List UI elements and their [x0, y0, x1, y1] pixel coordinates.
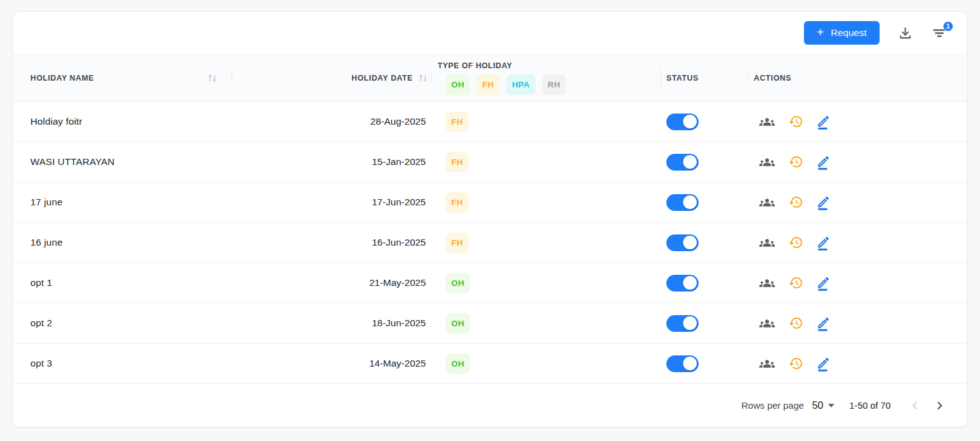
holiday-list-card: + Request 1 HOLIDAY NAME — [12, 11, 968, 427]
toolbar: + Request 1 — [13, 12, 967, 55]
table-row: Holdiay foitr 28-Aug-2025 FH — [13, 102, 967, 142]
toggle-knob — [683, 155, 697, 169]
holiday-date-text: 18-Jun-2025 — [372, 318, 426, 329]
chevron-left-icon — [908, 399, 922, 412]
holiday-type-badge: OH — [446, 273, 470, 293]
edit-button[interactable] — [815, 153, 831, 171]
actions-cell — [741, 142, 967, 182]
holiday-name-cell: opt 3 — [13, 344, 323, 383]
assigned-employees-button[interactable] — [757, 234, 777, 252]
edit-pencil-icon — [816, 195, 829, 210]
holiday-date-cell: 16-Jun-2025 — [323, 223, 428, 262]
download-button[interactable] — [896, 24, 914, 42]
status-header-label: STATUS — [666, 74, 699, 82]
status-toggle[interactable] — [666, 315, 699, 332]
edit-button[interactable] — [815, 314, 831, 332]
edit-button[interactable] — [815, 113, 831, 131]
column-header-status: STATUS — [648, 55, 741, 101]
rows-per-page-select[interactable]: 50 — [812, 399, 834, 411]
table-row: opt 3 14-May-2025 OH — [13, 344, 967, 384]
status-toggle[interactable] — [666, 154, 699, 171]
rows-per-page-value: 50 — [812, 399, 823, 411]
edit-button[interactable] — [815, 274, 831, 292]
holiday-date-header-label: HOLIDAY DATE — [351, 74, 413, 82]
groups-icon — [759, 154, 775, 170]
table-row: 17 june 17-Jun-2025 FH — [13, 182, 967, 223]
status-cell — [648, 142, 741, 182]
assigned-employees-button[interactable] — [757, 355, 777, 373]
edit-pencil-icon — [816, 275, 829, 291]
holiday-date-text: 21-May-2025 — [369, 277, 426, 288]
history-button[interactable] — [787, 153, 805, 171]
holiday-type-badge: FH — [446, 192, 469, 213]
filter-button[interactable]: 1 — [931, 26, 948, 40]
status-toggle[interactable] — [666, 194, 699, 211]
toggle-knob — [683, 236, 697, 249]
column-header-actions: ACTIONS — [741, 55, 967, 101]
holiday-name-cell: WASI UTTARAYAN — [13, 142, 323, 182]
history-button[interactable] — [787, 314, 805, 332]
holiday-type-badge: OH — [446, 354, 470, 374]
previous-page-button[interactable] — [907, 398, 923, 414]
holiday-date-text: 16-Jun-2025 — [372, 237, 426, 248]
holiday-date-cell: 14-May-2025 — [323, 344, 428, 383]
holiday-type-badge: FH — [446, 233, 469, 253]
edit-pencil-icon — [816, 235, 829, 251]
request-button[interactable]: + Request — [804, 21, 880, 45]
pagination-range-text: 1-50 of 70 — [849, 401, 891, 411]
edit-button[interactable] — [815, 194, 831, 212]
groups-icon — [759, 195, 775, 210]
toggle-knob — [683, 276, 697, 290]
table-body: Holdiay foitr 28-Aug-2025 FH — [13, 102, 967, 384]
holiday-type-cell: FH — [428, 182, 648, 222]
holiday-name-cell: opt 1 — [13, 263, 323, 303]
edit-button[interactable] — [815, 234, 831, 252]
holiday-name-text: opt 1 — [30, 277, 52, 288]
history-icon — [788, 356, 803, 371]
holiday-type-badge: OH — [446, 313, 470, 334]
table-row: WASI UTTARAYAN 15-Jan-2025 FH — [13, 142, 967, 182]
edit-button[interactable] — [815, 355, 831, 373]
holiday-type-badge: FH — [446, 152, 469, 172]
history-icon — [788, 235, 803, 250]
history-button[interactable] — [787, 194, 805, 211]
groups-icon — [759, 235, 775, 251]
status-cell — [648, 303, 741, 343]
holiday-name-cell: 16 june — [13, 223, 323, 262]
toggle-knob — [683, 316, 697, 330]
assigned-employees-button[interactable] — [757, 153, 777, 171]
history-icon — [788, 275, 803, 290]
status-cell — [648, 182, 741, 222]
history-button[interactable] — [787, 113, 805, 130]
status-toggle[interactable] — [666, 275, 699, 292]
holiday-date-cell: 18-Jun-2025 — [323, 303, 428, 343]
holiday-name-text: 16 june — [30, 237, 63, 248]
filter-count-badge: 1 — [943, 21, 953, 32]
actions-cell — [741, 303, 967, 343]
history-button[interactable] — [787, 355, 805, 372]
status-toggle[interactable] — [666, 234, 699, 251]
plus-icon: + — [817, 26, 824, 38]
sort-arrows-icon[interactable] — [207, 73, 218, 83]
history-button[interactable] — [787, 274, 805, 292]
edit-pencil-icon — [816, 316, 829, 331]
holiday-date-text: 15-Jan-2025 — [372, 156, 426, 167]
holiday-type-legend: OH FH HPA RH — [446, 74, 566, 95]
table-header-row: HOLIDAY NAME HOLIDAY DATE — [13, 55, 967, 102]
download-icon — [898, 25, 913, 41]
status-cell — [648, 223, 741, 262]
sort-arrows-icon[interactable] — [418, 73, 428, 83]
legend-badge-rh: RH — [542, 74, 566, 95]
holiday-type-badge: FH — [446, 112, 469, 132]
status-toggle[interactable] — [666, 355, 699, 372]
status-cell — [648, 344, 741, 383]
status-toggle[interactable] — [666, 114, 699, 130]
assigned-employees-button[interactable] — [757, 194, 777, 212]
assigned-employees-button[interactable] — [757, 113, 777, 131]
history-button[interactable] — [787, 234, 805, 251]
toggle-knob — [683, 357, 697, 370]
assigned-employees-button[interactable] — [757, 314, 777, 332]
next-page-button[interactable] — [932, 398, 948, 414]
holiday-type-cell: FH — [428, 142, 648, 182]
assigned-employees-button[interactable] — [757, 274, 777, 292]
